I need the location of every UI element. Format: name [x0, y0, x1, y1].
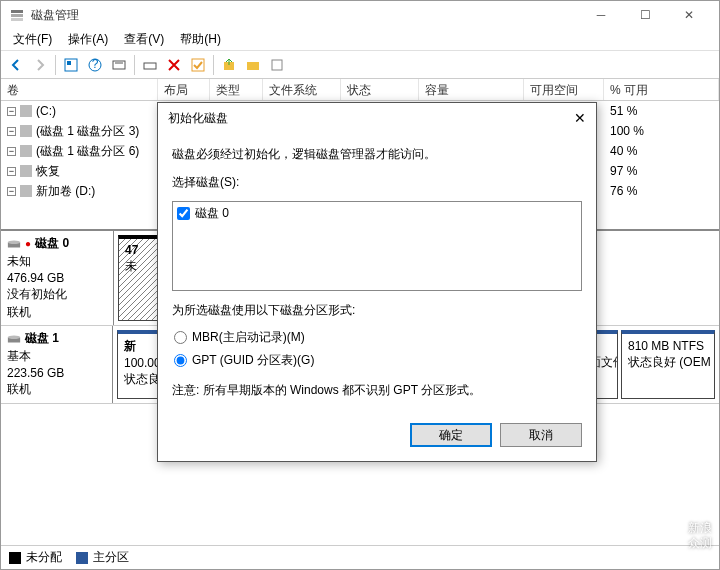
volume-icon [20, 185, 32, 197]
cancel-button[interactable]: 取消 [500, 423, 582, 447]
disk-icon [7, 332, 21, 346]
check-icon[interactable] [187, 54, 209, 76]
titlebar: 磁盘管理 ─ ☐ ✕ [1, 1, 719, 29]
legend-primary: 主分区 [76, 549, 129, 566]
dialog-title: 初始化磁盘 [168, 110, 556, 127]
svg-rect-10 [192, 59, 204, 71]
svg-rect-7 [113, 61, 125, 69]
col-fs[interactable]: 文件系统 [263, 79, 341, 100]
partition-style-label: 为所选磁盘使用以下磁盘分区形式: [172, 301, 582, 319]
maximize-button[interactable]: ☐ [623, 1, 667, 29]
expand-icon[interactable]: − [7, 147, 16, 156]
disk-info[interactable]: ●磁盘 0未知476.94 GB没有初始化联机 [1, 231, 114, 325]
toolbar-icon-2[interactable] [108, 54, 130, 76]
gpt-radio[interactable] [174, 354, 187, 367]
disk-select-list[interactable]: 磁盘 0 [172, 201, 582, 291]
menu-action[interactable]: 操作(A) [60, 29, 116, 50]
col-layout[interactable]: 布局 [158, 79, 210, 100]
dialog-titlebar: 初始化磁盘 ✕ [158, 103, 596, 133]
toolbar-icon-5[interactable] [266, 54, 288, 76]
svg-rect-9 [144, 63, 156, 69]
expand-icon[interactable]: − [7, 167, 16, 176]
svg-rect-1 [11, 14, 23, 17]
toolbar-icon-1[interactable] [60, 54, 82, 76]
volume-icon [20, 125, 32, 137]
select-disk-label: 选择磁盘(S): [172, 173, 582, 191]
gpt-radio-row[interactable]: GPT (GUID 分区表)(G) [174, 352, 582, 369]
col-capacity[interactable]: 容量 [419, 79, 524, 100]
svg-rect-2 [11, 18, 23, 21]
disk-icon [7, 237, 21, 251]
col-type[interactable]: 类型 [210, 79, 263, 100]
back-button[interactable] [5, 54, 27, 76]
dialog-note: 注意: 所有早期版本的 Windows 都不识别 GPT 分区形式。 [172, 381, 582, 399]
mbr-radio[interactable] [174, 331, 187, 344]
mbr-radio-row[interactable]: MBR(主启动记录)(M) [174, 329, 582, 346]
menu-file[interactable]: 文件(F) [5, 29, 60, 50]
forward-button[interactable] [29, 54, 51, 76]
toolbar-icon-3[interactable] [139, 54, 161, 76]
dialog-intro: 磁盘必须经过初始化，逻辑磁盘管理器才能访问。 [172, 145, 582, 163]
delete-icon[interactable] [163, 54, 185, 76]
initialize-disk-dialog: 初始化磁盘 ✕ 磁盘必须经过初始化，逻辑磁盘管理器才能访问。 选择磁盘(S): … [157, 102, 597, 462]
legend: 未分配 主分区 [1, 545, 719, 569]
dialog-close-button[interactable]: ✕ [556, 110, 586, 126]
app-icon [9, 7, 25, 23]
partition[interactable]: 810 MB NTFS状态良好 (OEM [621, 330, 715, 399]
col-pct[interactable]: % 可用 [604, 79, 719, 100]
svg-rect-4 [67, 61, 71, 65]
disk-info[interactable]: 磁盘 1基本223.56 GB联机 [1, 326, 113, 403]
disk-checkbox-row[interactable]: 磁盘 0 [175, 204, 579, 223]
toolbar-icon-4[interactable] [218, 54, 240, 76]
expand-icon[interactable]: − [7, 187, 16, 196]
volume-icon [20, 165, 32, 177]
svg-text:?: ? [92, 57, 99, 71]
svg-rect-13 [272, 60, 282, 70]
ok-button[interactable]: 确定 [410, 423, 492, 447]
toolbar: ? [1, 51, 719, 79]
volume-icon [20, 105, 32, 117]
svg-point-17 [8, 335, 20, 339]
menu-view[interactable]: 查看(V) [116, 29, 172, 50]
expand-icon[interactable]: − [7, 107, 16, 116]
close-button[interactable]: ✕ [667, 1, 711, 29]
col-volume[interactable]: 卷 [1, 79, 158, 100]
legend-unallocated: 未分配 [9, 549, 62, 566]
menu-help[interactable]: 帮助(H) [172, 29, 229, 50]
expand-icon[interactable]: − [7, 127, 16, 136]
volume-icon [20, 145, 32, 157]
col-status[interactable]: 状态 [341, 79, 419, 100]
warning-icon: ● [25, 238, 31, 249]
col-free[interactable]: 可用空间 [524, 79, 604, 100]
svg-rect-0 [11, 10, 23, 13]
disk-0-checkbox[interactable] [177, 207, 190, 220]
folder-icon[interactable] [242, 54, 264, 76]
window-title: 磁盘管理 [31, 7, 579, 24]
svg-rect-12 [247, 62, 259, 70]
menubar: 文件(F) 操作(A) 查看(V) 帮助(H) [1, 29, 719, 51]
table-header: 卷 布局 类型 文件系统 状态 容量 可用空间 % 可用 [1, 79, 719, 101]
svg-point-15 [8, 240, 20, 244]
help-icon[interactable]: ? [84, 54, 106, 76]
minimize-button[interactable]: ─ [579, 1, 623, 29]
